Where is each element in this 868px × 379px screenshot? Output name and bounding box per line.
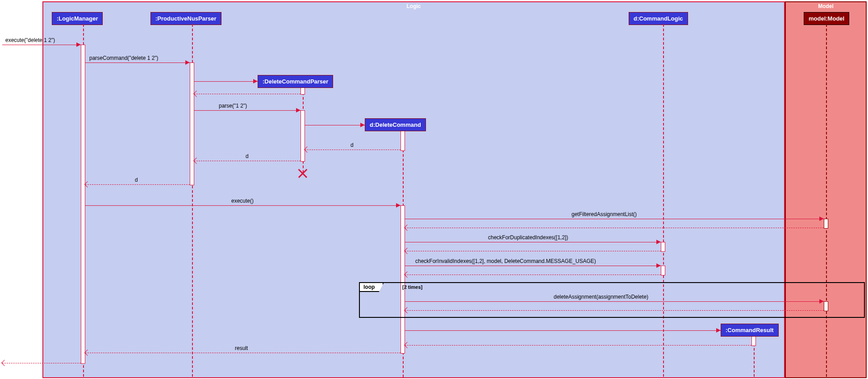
activation-parser <box>190 62 194 185</box>
arrow-return-delete <box>405 310 824 311</box>
participant-label: model:Model <box>809 15 844 22</box>
arrow-head-icon <box>656 263 661 268</box>
loop-guard: [2 times] <box>402 284 422 290</box>
arrow-parse <box>194 110 300 111</box>
participant-label: d:CommandLogic <box>634 15 683 22</box>
msg-execute: execute() <box>231 198 254 204</box>
frame-logic-label: Logic <box>43 2 784 10</box>
arrow-parse-command <box>85 62 190 63</box>
arrow-head-icon <box>360 123 365 127</box>
participant-delete-command: d:DeleteCommand <box>365 118 426 131</box>
participant-logic-manager: :LogicManager <box>52 12 103 25</box>
msg-return-d-2: d <box>246 153 249 159</box>
arrow-check-inv <box>405 266 661 266</box>
participant-label: :LogicManager <box>57 15 98 22</box>
msg-result: result <box>235 345 248 351</box>
arrow-get-filtered <box>405 219 824 219</box>
msg-parse: parse("1 2") <box>219 103 247 109</box>
activation-logic-manager <box>81 45 85 364</box>
participant-model: model:Model <box>804 12 849 25</box>
arrow-return-create-parser <box>194 94 300 94</box>
loop-label: loop <box>363 284 375 290</box>
arrow-head-icon <box>656 240 661 244</box>
msg-return-d-1: d <box>351 142 354 148</box>
participant-label: d:DeleteCommand <box>370 121 421 128</box>
destroy-icon: .destroy-x::before,.destroy-x::after{bac… <box>298 169 307 178</box>
participant-delete-parser: :DeleteCommandParser <box>258 75 333 88</box>
arrow-head-icon <box>396 203 401 208</box>
arrow-return-inv <box>405 275 661 275</box>
arrow-create-delete-command <box>305 125 365 125</box>
activation-model-1 <box>824 219 828 229</box>
arrow-head-icon <box>819 299 824 304</box>
msg-parse-command: parseCommand("delete 1 2") <box>89 55 159 61</box>
msg-check-dup: checkForDuplicatedIndexes([1,2]) <box>488 234 568 241</box>
arrow-return-result <box>85 353 401 353</box>
arrow-return-d-1 <box>305 150 401 150</box>
loop-tab: loop <box>360 283 384 292</box>
arrow-execute <box>85 205 401 206</box>
lifeline-model <box>826 24 827 377</box>
arrow-head-icon <box>1 360 8 366</box>
arrow-return-dup <box>405 251 661 251</box>
arrow-return-create-result <box>405 345 751 346</box>
activation-command-logic-1 <box>661 242 665 252</box>
arrow-create-result <box>405 330 721 331</box>
arrow-delete-assignment <box>405 301 824 302</box>
arrow-create-delete-parser <box>194 81 258 82</box>
msg-delete-assignment: deleteAssignment(assignmentToDelete) <box>554 294 648 300</box>
msg-execute: execute("delete 1 2") <box>5 37 55 43</box>
frame-model-label: Model <box>786 2 866 10</box>
arrow-head-icon <box>76 42 81 47</box>
arrow-head-icon <box>296 108 300 112</box>
participant-label: :DeleteCommandParser <box>263 78 328 85</box>
participant-command-logic: d:CommandLogic <box>629 12 688 25</box>
msg-check-inv: checkForInvalidIndexes([1,2], model, Del… <box>415 258 596 264</box>
msg-return-d-3: d <box>135 177 138 183</box>
msg-get-filtered: getFilteredAssignmentList() <box>572 211 637 217</box>
participant-parser: :ProductiveNusParser <box>150 12 221 25</box>
activation-command-logic-2 <box>661 266 665 275</box>
activation-delete-parser-2 <box>300 110 305 162</box>
participant-command-result: :CommandResult <box>721 324 779 337</box>
arrow-return-d-2 <box>194 161 300 161</box>
loop-frame: loop [2 times] <box>359 282 865 318</box>
arrow-return-d-3 <box>85 184 190 185</box>
arrow-execute-in <box>2 45 81 45</box>
participant-label: :CommandResult <box>726 327 774 333</box>
arrow-return-filtered <box>405 228 824 228</box>
arrow-head-icon <box>819 217 824 221</box>
arrow-head-icon <box>716 328 721 333</box>
arrow-head-icon <box>185 60 190 65</box>
participant-label: :ProductiveNusParser <box>155 15 217 22</box>
arrow-check-dup <box>405 242 661 242</box>
arrow-return-external <box>2 363 81 363</box>
arrow-head-icon <box>253 79 258 83</box>
lifeline-command-logic <box>663 24 664 377</box>
